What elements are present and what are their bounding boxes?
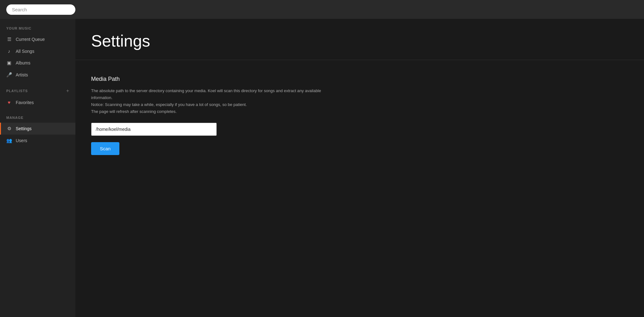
media-path-section-title: Media Path	[91, 76, 628, 82]
content-header: Settings	[75, 19, 644, 60]
queue-icon: ☰	[6, 36, 12, 42]
sidebar-item-users[interactable]: 👥 Users	[0, 135, 75, 147]
manage-label: MANAGE	[0, 108, 75, 123]
scan-button[interactable]: Scan	[91, 142, 119, 155]
sidebar-item-current-queue[interactable]: ☰ Current Queue	[0, 33, 75, 45]
sidebar-item-albums[interactable]: ▣ Albums	[0, 57, 75, 69]
sidebar-item-label: All Songs	[16, 49, 34, 54]
music-note-icon: ♪	[6, 48, 12, 54]
media-path-input[interactable]	[91, 123, 217, 136]
your-music-label: YOUR MUSIC	[0, 19, 75, 33]
album-icon: ▣	[6, 60, 12, 66]
content-body: Media Path The absolute path to the serv…	[75, 60, 644, 171]
sidebar-item-label: Favorites	[16, 100, 34, 105]
sidebar: YOUR MUSIC ☰ Current Queue ♪ All Songs ▣…	[0, 19, 75, 317]
main-layout: YOUR MUSIC ☰ Current Queue ♪ All Songs ▣…	[0, 19, 644, 317]
microphone-icon: 🎤	[6, 72, 12, 78]
sidebar-item-label: Albums	[16, 60, 30, 65]
users-icon: 👥	[6, 138, 12, 143]
sidebar-item-artists[interactable]: 🎤 Artists	[0, 69, 75, 81]
content-area: Settings Media Path The absolute path to…	[75, 19, 644, 317]
heart-icon: ♥	[6, 100, 12, 105]
sidebar-item-favorites[interactable]: ♥ Favorites	[0, 97, 75, 108]
sidebar-item-label: Artists	[16, 72, 28, 77]
playlists-label: PLAYLISTS	[6, 89, 28, 93]
sidebar-item-settings[interactable]: ⚙ Settings	[0, 123, 75, 135]
sidebar-item-all-songs[interactable]: ♪ All Songs	[0, 45, 75, 57]
top-bar	[0, 0, 644, 19]
sidebar-item-label: Settings	[16, 126, 32, 131]
gear-icon: ⚙	[6, 126, 12, 131]
page-title: Settings	[91, 31, 628, 50]
sidebar-item-label: Users	[16, 138, 27, 143]
sidebar-item-label: Current Queue	[16, 37, 45, 42]
add-playlist-button[interactable]: +	[66, 88, 69, 93]
media-path-description: The absolute path to the server director…	[91, 87, 327, 115]
playlists-header: PLAYLISTS +	[0, 81, 75, 97]
search-input[interactable]	[6, 4, 75, 15]
